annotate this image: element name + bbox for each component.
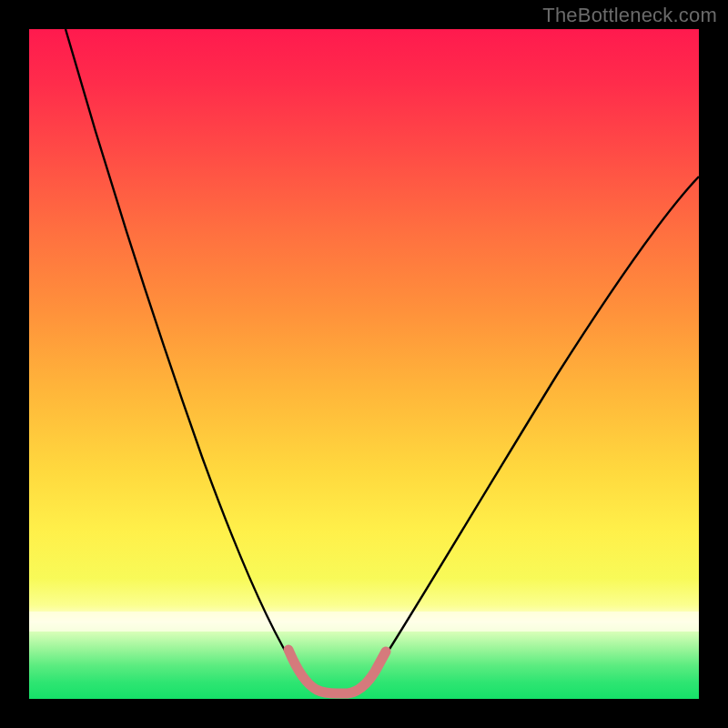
chart-svg bbox=[29, 29, 699, 699]
bottleneck-plot bbox=[29, 29, 699, 699]
outer-frame: TheBottleneck.com bbox=[0, 0, 728, 728]
gradient-background bbox=[29, 29, 699, 699]
watermark-text: TheBottleneck.com bbox=[542, 4, 717, 27]
pale-band bbox=[29, 612, 699, 632]
